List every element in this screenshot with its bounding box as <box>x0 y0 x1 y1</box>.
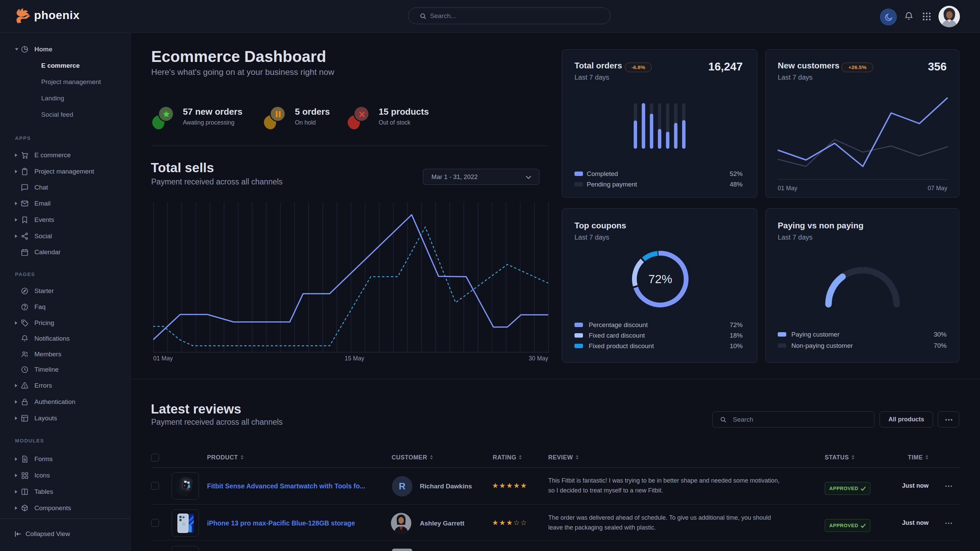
svg-text:15 May: 15 May <box>345 355 364 362</box>
svg-text:01 May: 01 May <box>778 185 797 192</box>
svg-text:30 May: 30 May <box>529 355 549 362</box>
svg-text:07 May: 07 May <box>928 185 948 192</box>
svg-text:01 May: 01 May <box>153 355 173 362</box>
svg-text:72%: 72% <box>648 272 672 286</box>
